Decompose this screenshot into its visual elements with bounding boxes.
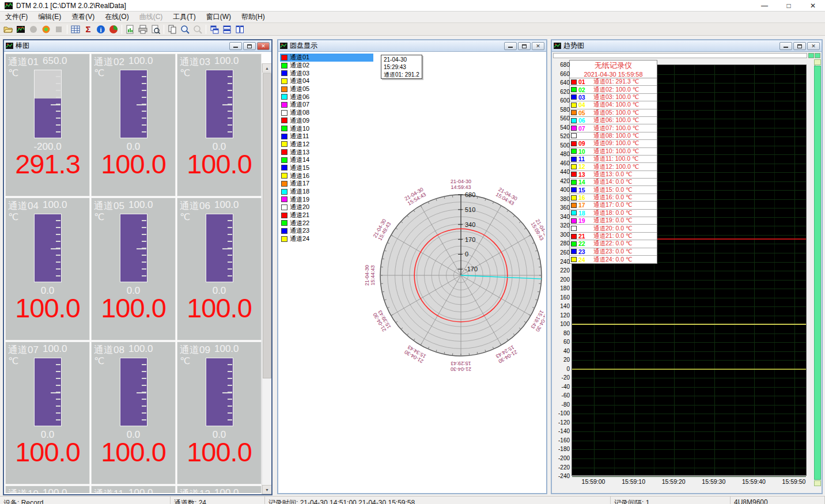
disc-minimize-button[interactable] [504, 42, 517, 50]
trend-legend: 无纸记录仪 2021-04-30 15:59:58 01 通道01: 291.3… [569, 60, 657, 264]
legend-channel-number: 08 [578, 132, 589, 139]
trend-y-tick: 680 [552, 62, 570, 68]
barchart-vscrollbar[interactable]: ▲ ▼ [262, 63, 271, 494]
barchart-maximize-button[interactable] [243, 42, 256, 50]
tile-horizontal-button[interactable] [221, 24, 233, 35]
gauge-bar [34, 214, 62, 282]
gauge-max-value: 100.0 [214, 199, 239, 211]
cascade-windows-button[interactable] [208, 24, 221, 35]
scroll-up-icon[interactable]: ▲ [262, 63, 271, 73]
print-button[interactable] [137, 24, 149, 35]
trend-window-titlebar[interactable]: 趋势图 ✕ [552, 40, 822, 52]
trend-close-button[interactable]: ✕ [807, 42, 820, 50]
status-field: 设备: Record [0, 497, 171, 504]
gauge-max-value: 100.0 [43, 199, 67, 211]
trend-y-tick: -160 [552, 437, 570, 443]
report-button[interactable] [124, 24, 137, 35]
chart-view-button[interactable] [14, 24, 27, 35]
window-minimize-button[interactable]: — [752, 0, 777, 12]
legend-color-swatch [571, 187, 577, 192]
trend-minimize-button[interactable] [779, 42, 792, 50]
legend-channel-value: 通道17: 0.0 ℃ [593, 201, 633, 209]
gauge-mid-tick [137, 392, 146, 393]
gauge-mid-tick [51, 104, 60, 105]
menu-item-3[interactable]: 在线(O) [100, 11, 134, 23]
print-preview-button[interactable] [149, 24, 162, 35]
main-toolbar: Σ i [0, 23, 825, 36]
menu-item-7[interactable]: 帮助(H) [236, 11, 270, 23]
menu-item-1[interactable]: 编辑(E) [33, 11, 66, 23]
gridline-v [794, 65, 795, 475]
legend-datetime: 2021-04-30 15:59:58 [570, 70, 657, 78]
trend-window-icon [554, 43, 561, 49]
sum-button[interactable]: Σ [82, 24, 94, 35]
trend-y-tick: 420 [552, 177, 570, 184]
menu-item-5[interactable]: 工具(T) [168, 11, 200, 23]
legend-channel-value: 通道11: 100.0 ℃ [593, 155, 639, 163]
trend-x-tick: 15:59:20 [656, 478, 691, 485]
svg-text:21-04-3015:44:43: 21-04-3015:44:43 [364, 265, 376, 286]
gauge-mid-tick [222, 248, 232, 249]
legend-channel-number: 19 [578, 217, 589, 224]
svg-text:Σ: Σ [85, 24, 90, 34]
gauge-panel: 通道11 100.0 ℃ 0.0 100.0 [91, 486, 176, 493]
pie-chart-button[interactable] [107, 24, 120, 35]
trend-y-tick: 200 [552, 276, 570, 282]
barchart-scroll-thumb[interactable] [263, 73, 271, 378]
scroll-down-icon[interactable]: ▼ [262, 485, 271, 494]
gauge-panel: 通道04 100.0 ℃ 0.0 100.0 [5, 198, 90, 340]
legend-row: 20 通道20: 0.0 ℃ [570, 225, 657, 232]
menu-item-2[interactable]: 查看(V) [66, 11, 100, 23]
legend-color-swatch [571, 218, 577, 223]
legend-channel-value: 通道23: 0.0 ℃ [593, 248, 633, 256]
trend-vscroll-thumb[interactable] [814, 66, 821, 480]
disc-window: 圆盘显示 ✕ 通道01 通道02 通道03 通道04 通道05 [277, 39, 547, 494]
legend-channel-number: 10 [578, 148, 589, 155]
legend-channel-value: 通道09: 100.0 ℃ [593, 139, 639, 147]
legend-color-swatch [571, 79, 577, 85]
mdi-area: 棒图 ✕ 通道01 650.0 ℃ -200.0 291.3 通道02 100.… [0, 36, 825, 496]
gridline-h [572, 298, 806, 298]
disc-close-button[interactable]: ✕ [532, 42, 544, 50]
toolbar-separator [122, 25, 122, 34]
stop-disabled-button [52, 24, 65, 35]
trend-hscroll-button[interactable] [815, 53, 820, 58]
gauge-panel: 通道06 100.0 ℃ 0.0 100.0 [177, 198, 262, 340]
gridline-h [572, 387, 806, 388]
trend-vscrollbar[interactable] [814, 59, 821, 486]
table-view-button[interactable] [69, 24, 82, 35]
menu-item-0[interactable]: 文件(F) [0, 11, 33, 23]
info-button[interactable]: i [94, 24, 107, 35]
trend-y-tick: 240 [552, 258, 570, 264]
tile-vertical-button[interactable] [233, 24, 246, 35]
trend-y-tick: 360 [552, 204, 570, 211]
trend-vscroll-down-button[interactable] [814, 480, 821, 486]
disc-window-titlebar[interactable]: 圆盘显示 ✕ [278, 40, 546, 52]
trend-hscrollbar[interactable] [553, 53, 807, 58]
zoom-button[interactable] [179, 24, 191, 35]
window-maximize-button[interactable]: □ [777, 0, 801, 12]
trend-vscroll-up-button[interactable] [814, 59, 821, 65]
barchart-close-button[interactable]: ✕ [257, 42, 270, 50]
gridline-v-minor [774, 65, 775, 475]
app-titlebar[interactable]: DTM 2.0.1 [C:\DTM 2.0.2\RealData] — □ ✕ [0, 0, 825, 12]
trend-maximize-button[interactable] [793, 42, 806, 50]
disc-maximize-button[interactable] [518, 42, 531, 50]
copy-button[interactable] [166, 24, 179, 35]
barchart-window-titlebar[interactable]: 棒图 ✕ [4, 40, 271, 52]
gridline-h [572, 342, 806, 343]
legend-color-swatch [571, 241, 577, 247]
gauge-bar [34, 358, 62, 426]
gauge-unit: ℃ [8, 211, 18, 222]
legend-color-swatch [571, 210, 577, 215]
trend-y-tick: 640 [552, 79, 570, 86]
menu-item-6[interactable]: 窗口(W) [201, 11, 236, 23]
legend-channel-value: 通道02: 100.0 ℃ [593, 86, 639, 94]
open-file-button[interactable] [2, 24, 14, 35]
record-button[interactable] [40, 24, 52, 35]
trend-hscroll-button[interactable] [808, 53, 814, 58]
trend-y-tick: 120 [552, 312, 570, 318]
barchart-minimize-button[interactable] [229, 42, 242, 50]
window-close-button[interactable]: ✕ [801, 0, 825, 12]
trend-y-tick: 100 [552, 321, 570, 327]
